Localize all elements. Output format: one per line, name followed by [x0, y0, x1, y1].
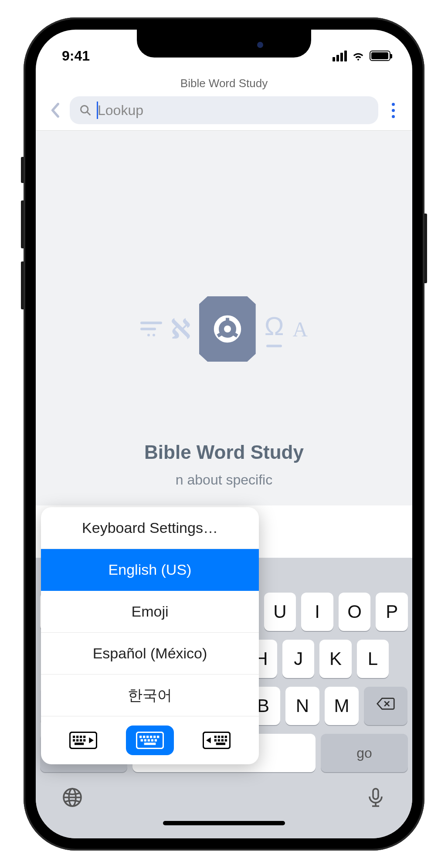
svg-rect-42 — [225, 736, 227, 738]
svg-rect-46 — [225, 739, 227, 741]
hebrew-aleph-icon: ℵ — [171, 314, 190, 344]
home-indicator[interactable] — [163, 821, 285, 825]
keyboard-layout-row — [41, 716, 259, 764]
empty-subtitle: n about specific — [176, 472, 272, 488]
key-p[interactable]: P — [376, 593, 408, 631]
more-menu-button[interactable] — [384, 102, 402, 119]
key-o[interactable]: O — [339, 593, 371, 631]
back-button[interactable] — [46, 102, 64, 119]
dictation-key[interactable] — [365, 787, 386, 810]
page-title: Bible Word Study — [36, 69, 412, 96]
status-right — [333, 49, 390, 63]
svg-rect-44 — [218, 739, 220, 741]
svg-rect-32 — [141, 739, 143, 741]
volume-up-button — [21, 200, 24, 248]
go-key[interactable]: go — [321, 734, 408, 772]
phone-screen: 9:41 Bible Word Study — [36, 30, 412, 838]
svg-rect-31 — [157, 736, 159, 738]
key-k[interactable]: K — [319, 640, 351, 678]
keyboard: QWERTYUIOP ASDFGHJKL ZXCVBNM 123 spa — [36, 558, 412, 838]
keyboard-lang-item[interactable]: 한국어 — [41, 675, 259, 716]
svg-rect-41 — [221, 736, 224, 738]
search-input[interactable] — [98, 102, 369, 119]
svg-rect-27 — [143, 736, 145, 738]
svg-rect-21 — [76, 739, 78, 741]
svg-line-1 — [87, 112, 90, 115]
device-notch — [137, 30, 311, 58]
svg-rect-19 — [83, 736, 85, 738]
svg-rect-33 — [144, 739, 146, 741]
keyboard-dock-full-button[interactable] — [126, 726, 174, 755]
wifi-icon — [351, 49, 365, 63]
latin-a-icon: A — [293, 317, 308, 341]
svg-rect-23 — [83, 739, 85, 741]
volume-down-button — [21, 261, 24, 309]
cellular-signal-icon — [333, 51, 347, 61]
empty-illustration: ℵ Ω A — [115, 296, 333, 362]
keyboard-lang-item[interactable]: English (US) — [41, 549, 259, 591]
keyboard-dock-right-button[interactable] — [193, 726, 241, 755]
status-time: 9:41 — [62, 48, 90, 64]
svg-rect-34 — [148, 739, 150, 741]
svg-rect-20 — [73, 739, 75, 741]
toolbar — [36, 96, 412, 131]
svg-rect-26 — [139, 736, 142, 738]
keyboard-dock-left-button[interactable] — [59, 726, 107, 755]
search-box[interactable] — [70, 96, 378, 124]
key-m[interactable]: M — [325, 687, 359, 725]
keyboard-lang-item[interactable]: Emoji — [41, 591, 259, 633]
text-cursor — [97, 102, 98, 119]
svg-rect-39 — [214, 736, 217, 738]
svg-rect-12 — [373, 789, 378, 799]
greek-omega-icon: Ω — [265, 311, 284, 341]
svg-rect-40 — [218, 736, 220, 738]
backspace-key[interactable] — [364, 687, 407, 725]
svg-rect-45 — [221, 739, 224, 741]
empty-state: ℵ Ω A Bible Word Study n about specific — [36, 131, 412, 505]
key-l[interactable]: L — [357, 640, 389, 678]
svg-rect-30 — [153, 736, 156, 738]
keyboard-settings-item[interactable]: Keyboard Settings… — [41, 507, 259, 549]
empty-title: Bible Word Study — [144, 441, 304, 463]
search-icon — [79, 104, 92, 116]
svg-rect-16 — [73, 736, 75, 738]
power-button — [424, 214, 427, 283]
keyboard-lang-item[interactable]: Español (México) — [41, 633, 259, 675]
globe-key[interactable] — [62, 787, 83, 810]
svg-rect-24 — [75, 743, 84, 745]
svg-rect-28 — [146, 736, 149, 738]
phone-frame: 9:41 Bible Word Study — [24, 17, 424, 851]
mute-switch — [21, 157, 24, 183]
battery-icon — [370, 51, 390, 61]
key-u[interactable]: U — [264, 593, 296, 631]
key-n[interactable]: N — [285, 687, 319, 725]
svg-point-3 — [224, 326, 231, 332]
svg-rect-37 — [144, 743, 156, 745]
key-j[interactable]: J — [282, 640, 314, 678]
key-i[interactable]: I — [301, 593, 333, 631]
keyboard-picker-popup: Keyboard Settings… English (US)EmojiEspa… — [41, 507, 259, 764]
svg-rect-47 — [216, 743, 225, 745]
svg-rect-36 — [155, 739, 157, 741]
svg-rect-43 — [214, 739, 217, 741]
logo-badge-icon — [199, 296, 256, 362]
svg-rect-35 — [151, 739, 153, 741]
svg-rect-18 — [80, 736, 82, 738]
svg-rect-22 — [80, 739, 82, 741]
svg-rect-17 — [76, 736, 78, 738]
svg-rect-29 — [150, 736, 152, 738]
